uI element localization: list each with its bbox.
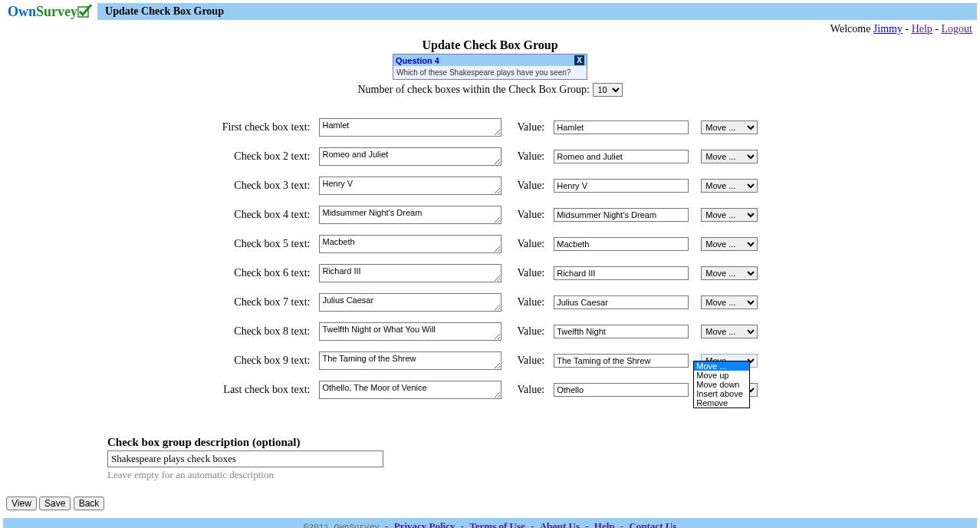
checkbox-row: Check box 6 text:Value:Move ... bbox=[219, 259, 761, 287]
view-button[interactable]: View bbox=[6, 497, 37, 510]
save-button[interactable]: Save bbox=[39, 497, 71, 510]
question-header: Question 4 X bbox=[393, 54, 587, 66]
checkbox-text-input[interactable] bbox=[319, 351, 502, 370]
checkbox-value-label: Value: bbox=[506, 289, 549, 316]
description-hint: Leave empty for an automatic description bbox=[107, 469, 980, 481]
checkbox-value-input[interactable] bbox=[554, 383, 689, 397]
checkbox-row: Check box 3 text:Value:Move ... bbox=[219, 172, 761, 200]
num-checkboxes-select[interactable]: 10 bbox=[593, 83, 623, 97]
welcome-bar: Welcome Jimmy - Help - Logout bbox=[0, 20, 980, 37]
move-option[interactable]: Remove bbox=[694, 398, 749, 408]
checkbox-row: Check box 9 text:Value:Move ...Move ...M… bbox=[219, 347, 761, 375]
checkbox-text-label: Check box 9 text: bbox=[219, 347, 315, 375]
header-bar: Own Survey Update Check Box Group bbox=[3, 3, 977, 20]
close-icon[interactable]: X bbox=[574, 55, 584, 65]
move-select[interactable]: Move ... bbox=[701, 295, 758, 309]
footer-privacy-link[interactable]: Privacy Policy bbox=[394, 520, 455, 528]
move-select[interactable]: Move ... bbox=[701, 237, 758, 251]
checkbox-text-input[interactable] bbox=[319, 177, 502, 195]
question-number: Question 4 bbox=[396, 56, 439, 65]
checkbox-value-label: Value: bbox=[506, 347, 549, 375]
checkbox-value-label: Value: bbox=[506, 114, 549, 141]
move-select[interactable]: Move ... bbox=[701, 325, 758, 338]
logo[interactable]: Own Survey bbox=[3, 3, 97, 20]
checkbox-text-label: Check box 4 text: bbox=[219, 201, 315, 229]
checkbox-value-label: Value: bbox=[506, 201, 549, 229]
footer-terms-link[interactable]: Terms of Use bbox=[469, 520, 525, 528]
description-input[interactable] bbox=[107, 450, 383, 467]
checkbox-text-input[interactable] bbox=[319, 264, 502, 282]
checkbox-value-label: Value: bbox=[506, 259, 549, 287]
move-option[interactable]: Insert above bbox=[694, 389, 749, 398]
checkbox-text-label: Check box 3 text: bbox=[219, 172, 315, 200]
checkbox-value-label: Value: bbox=[506, 143, 549, 170]
checkbox-value-input[interactable] bbox=[554, 325, 689, 338]
checkbox-row: Check box 2 text:Value:Move ... bbox=[219, 143, 761, 170]
checkbox-row: Check box 8 text:Value:Move ... bbox=[219, 318, 761, 345]
move-select[interactable]: Move ... bbox=[701, 179, 758, 193]
checkbox-value-input[interactable] bbox=[554, 237, 689, 251]
back-button[interactable]: Back bbox=[74, 497, 105, 510]
checkbox-text-input[interactable] bbox=[319, 293, 502, 312]
checkbox-text-input[interactable] bbox=[319, 235, 502, 253]
checkbox-text-input[interactable] bbox=[319, 206, 502, 224]
checkbox-text-label: Check box 2 text: bbox=[219, 143, 315, 170]
checkbox-row: Check box 4 text:Value:Move ... bbox=[219, 201, 761, 229]
move-option[interactable]: Move up bbox=[694, 371, 749, 380]
checkbox-text-input[interactable] bbox=[319, 147, 502, 166]
checkbox-value-label: Value: bbox=[506, 318, 549, 345]
checkbox-value-input[interactable] bbox=[554, 179, 689, 193]
move-select[interactable]: Move ... bbox=[701, 120, 758, 134]
question-preview-box: Question 4 X Which of these Shakespeare … bbox=[393, 54, 587, 80]
move-select[interactable]: Move ... bbox=[701, 266, 758, 280]
checkbox-rows-table: First check box text:Value:Move ...Check… bbox=[218, 112, 762, 405]
welcome-prefix: Welcome bbox=[830, 23, 873, 35]
checkbox-text-label: First check box text: bbox=[219, 114, 315, 141]
checkbox-row: Check box 5 text:Value:Move ... bbox=[219, 230, 761, 258]
checkbox-text-label: Check box 7 text: bbox=[219, 289, 315, 316]
checkbox-text-label: Check box 5 text: bbox=[219, 230, 315, 258]
checkbox-text-label: Last check box text: bbox=[219, 376, 315, 404]
footer-bar: ©2011 OwnSurvey - Privacy Policy - Terms… bbox=[3, 518, 977, 528]
description-block: Check box group description (optional) L… bbox=[107, 436, 980, 481]
checkbox-value-label: Value: bbox=[506, 230, 549, 258]
num-checkboxes-row: Number of check boxes within the Check B… bbox=[0, 83, 980, 97]
checkbox-value-input[interactable] bbox=[554, 150, 689, 163]
checkbox-text-label: Check box 8 text: bbox=[219, 318, 315, 345]
checkbox-text-input[interactable] bbox=[319, 381, 502, 399]
checkbox-value-label: Value: bbox=[506, 172, 549, 200]
footer-about-link[interactable]: About Us bbox=[540, 520, 580, 528]
num-checkboxes-label: Number of check boxes within the Check B… bbox=[358, 84, 590, 95]
move-option[interactable]: Move ... bbox=[694, 361, 749, 371]
footer-help-link[interactable]: Help bbox=[594, 520, 615, 528]
checkbox-value-input[interactable] bbox=[554, 120, 689, 134]
checkbox-row: First check box text:Value:Move ... bbox=[219, 114, 761, 141]
logout-link[interactable]: Logout bbox=[942, 23, 972, 35]
footer-copyright: ©2011 OwnSurvey bbox=[304, 523, 380, 528]
checkbox-value-input[interactable] bbox=[554, 354, 689, 368]
checkbox-text-input[interactable] bbox=[319, 118, 502, 137]
check-icon bbox=[77, 5, 93, 18]
welcome-user-link[interactable]: Jimmy bbox=[873, 23, 903, 35]
checkbox-row: Last check box text:Value:Move ... bbox=[219, 376, 761, 404]
footer-contact-link[interactable]: Contact Us bbox=[629, 520, 676, 528]
checkbox-value-input[interactable] bbox=[554, 295, 689, 309]
checkbox-value-input[interactable] bbox=[554, 266, 689, 280]
move-dropdown-list: Move ...Move upMove downInsert aboveRemo… bbox=[693, 361, 750, 408]
checkbox-text-input[interactable] bbox=[319, 322, 502, 341]
logo-own: Own bbox=[8, 4, 36, 20]
page-title: Update Check Box Group bbox=[0, 38, 980, 52]
move-option[interactable]: Move down bbox=[694, 380, 749, 389]
checkbox-value-input[interactable] bbox=[554, 208, 689, 222]
bottom-buttons: View Save Back bbox=[6, 497, 980, 510]
question-body: Which of these Shakespeare plays have yo… bbox=[393, 66, 587, 79]
checkbox-value-label: Value: bbox=[506, 376, 549, 404]
checkbox-text-label: Check box 6 text: bbox=[219, 259, 315, 287]
header-title: Update Check Box Group bbox=[97, 5, 224, 18]
move-select[interactable]: Move ... bbox=[701, 208, 758, 222]
move-select[interactable]: Move ... bbox=[701, 150, 758, 163]
description-title: Check box group description (optional) bbox=[107, 436, 980, 449]
help-link[interactable]: Help bbox=[912, 23, 932, 35]
checkbox-row: Check box 7 text:Value:Move ... bbox=[219, 289, 761, 316]
logo-survey: Survey bbox=[36, 4, 77, 20]
